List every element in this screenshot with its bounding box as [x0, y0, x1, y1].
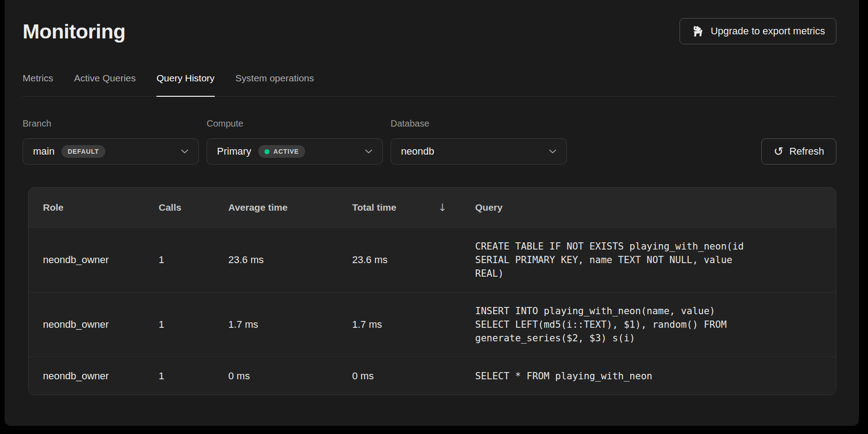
total-time-cell: 23.6 ms	[352, 254, 475, 266]
tab-metrics[interactable]: Metrics	[23, 72, 53, 96]
monitoring-page: Monitoring Upgrade to export metrics Met…	[5, 0, 859, 426]
query-cell: INSERT INTO playing_with_neon(name, valu…	[475, 292, 752, 357]
average-time-cell: 0 ms	[228, 370, 352, 382]
chevron-down-icon	[365, 149, 373, 154]
calls-cell: 1	[159, 319, 228, 330]
role-cell: neondb_owner	[43, 319, 159, 330]
green-dot-icon	[264, 149, 269, 154]
refresh-button-label: Refresh	[789, 146, 824, 157]
column-header-average-time[interactable]: Average time	[228, 202, 352, 213]
page-header: Monitoring Upgrade to export metrics	[23, 0, 836, 46]
compute-value: Primary	[217, 146, 251, 157]
total-time-cell: 1.7 ms	[352, 319, 475, 330]
filters-row: Branch main DEFAULT Compute Primary ACTI…	[23, 118, 836, 165]
compute-label: Compute	[207, 118, 383, 129]
compute-filter: Compute Primary ACTIVE	[207, 118, 383, 165]
default-badge: DEFAULT	[61, 145, 105, 158]
tab-system-operations[interactable]: System operations	[236, 72, 314, 96]
column-header-query[interactable]: Query	[475, 202, 836, 213]
query-cell: CREATE TABLE IF NOT EXISTS playing_with_…	[475, 228, 752, 292]
refresh-button[interactable]: ↺ Refresh	[761, 138, 836, 165]
upgrade-button-label: Upgrade to export metrics	[711, 25, 825, 37]
branch-filter: Branch main DEFAULT	[23, 118, 199, 165]
role-cell: neondb_owner	[43, 254, 159, 266]
default-badge-label: DEFAULT	[68, 148, 99, 155]
sort-arrow-down-icon[interactable]: ↓	[438, 202, 447, 213]
compute-select[interactable]: Primary ACTIVE	[207, 138, 383, 165]
tab-active-queries[interactable]: Active Queries	[74, 72, 136, 96]
branch-value: main	[33, 146, 55, 157]
table-row: neondb_owner 1 23.6 ms 23.6 ms CREATE TA…	[28, 227, 836, 292]
database-label: Database	[391, 118, 567, 129]
chevron-down-icon	[181, 149, 189, 154]
total-time-label: Total time	[352, 202, 396, 213]
page-title: Monitoring	[23, 17, 125, 46]
upgrade-to-export-metrics-button[interactable]: Upgrade to export metrics	[679, 18, 836, 44]
active-status-badge: ACTIVE	[258, 145, 305, 158]
column-header-role[interactable]: Role	[43, 202, 159, 213]
average-time-cell: 23.6 ms	[228, 254, 352, 266]
average-time-cell: 1.7 ms	[228, 319, 352, 330]
column-header-total-time[interactable]: Total time ↓	[352, 202, 475, 213]
table-header-row: Role Calls Average time Total time ↓ Que…	[28, 188, 836, 227]
tab-bar: Metrics Active Queries Query History Sys…	[23, 72, 836, 97]
refresh-icon: ↺	[774, 146, 783, 157]
database-select[interactable]: neondb	[391, 138, 567, 165]
chevron-down-icon	[549, 149, 557, 154]
query-history-table: Role Calls Average time Total time ↓ Que…	[28, 187, 836, 395]
role-cell: neondb_owner	[43, 370, 159, 382]
branch-label: Branch	[23, 118, 199, 129]
table-row: neondb_owner 1 1.7 ms 1.7 ms INSERT INTO…	[28, 292, 836, 357]
calls-cell: 1	[159, 254, 228, 266]
datadog-dog-icon	[691, 25, 704, 38]
table-body: neondb_owner 1 23.6 ms 23.6 ms CREATE TA…	[28, 227, 836, 395]
total-time-cell: 0 ms	[352, 370, 475, 382]
database-filter: Database neondb	[391, 118, 567, 165]
query-cell: SELECT * FROM playing_with_neon	[475, 358, 752, 395]
database-value: neondb	[401, 146, 434, 157]
active-badge-label: ACTIVE	[274, 148, 299, 155]
calls-cell: 1	[159, 370, 228, 382]
column-header-calls[interactable]: Calls	[159, 202, 228, 213]
branch-select[interactable]: main DEFAULT	[23, 138, 199, 165]
tab-query-history[interactable]: Query History	[156, 72, 214, 96]
table-row: neondb_owner 1 0 ms 0 ms SELECT * FROM p…	[28, 357, 836, 395]
